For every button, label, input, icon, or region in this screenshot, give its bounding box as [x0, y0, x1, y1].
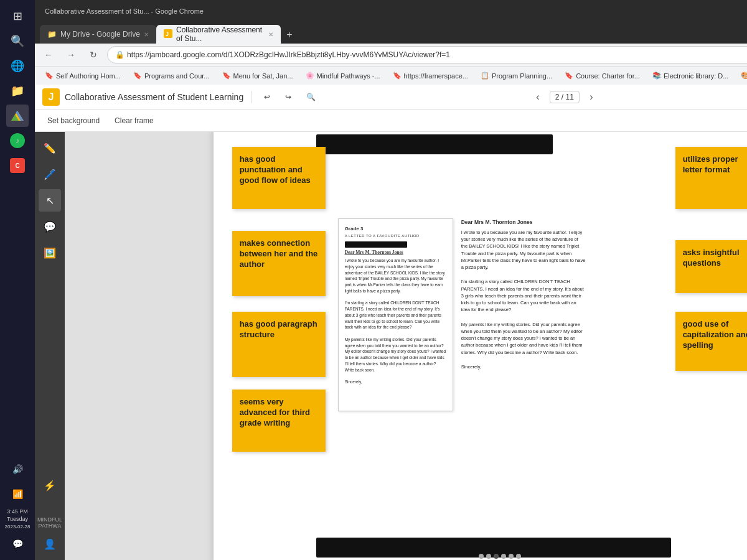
bookmark-programs[interactable]: 🔖Programs and Cour... [128, 70, 215, 81]
bookmark-mindful[interactable]: 🌸Mindful Pathways -... [301, 70, 385, 81]
browser-tabs-bar: 📁 My Drive - Google Drive ✕ J Collaborat… [35, 22, 747, 44]
sticky-note-advanced[interactable]: seems very advanced for third grade writ… [232, 390, 326, 452]
canvas-dot-6[interactable] [516, 554, 521, 559]
jamboard-canvas-area[interactable]: has good punctuation and good flow of id… [65, 132, 747, 560]
os-drive-icon[interactable] [6, 105, 29, 127]
tab-close-jamboard[interactable]: ✕ [268, 31, 273, 38]
refresh-button[interactable]: ↻ [85, 46, 102, 63]
set-background-button[interactable]: Set background [42, 114, 105, 128]
redo-button[interactable]: ↪ [280, 90, 296, 104]
toolbar-separator [251, 91, 251, 103]
clear-frame-button[interactable]: Clear frame [110, 114, 159, 128]
sticky-note-capitalization[interactable]: good use of capitalization and spelling [675, 312, 747, 371]
sticky-note-paragraph[interactable]: has good paragraph structure [232, 312, 326, 377]
os-clock: 3:45 PM Tuesday 2023-02-28 [5, 508, 31, 530]
pen-tool-icon[interactable]: ✏️ [39, 137, 61, 159]
bookmark-program-planning[interactable]: 📋Program Planning... [476, 70, 557, 81]
window-title: Collaborative Assessment of Stu... - Goo… [40, 7, 209, 15]
tab-close-drive[interactable]: ✕ [144, 31, 149, 38]
bookmark-self-authoring[interactable]: 🔖Self Authoring Hom... [40, 70, 126, 81]
next-page-button[interactable]: › [582, 88, 601, 106]
canvas-dot-5[interactable] [509, 554, 514, 559]
main-area: ✏️ 🖊️ ↖ 💬 🖼️ ⚡ MINDFUL PATHWA 👤 [35, 132, 747, 560]
typed-paragraph-4: Sincerely, [461, 363, 586, 370]
bookmark-course[interactable]: 🔖Course: Charter for... [560, 70, 645, 81]
svg-text:J: J [166, 31, 169, 37]
image-tool-icon[interactable]: 🖼️ [39, 241, 61, 264]
sticky-note-insightful[interactable]: asks insightful questions [675, 240, 747, 293]
mindful-icon[interactable]: 👤 [39, 533, 61, 555]
tab-icon-jamboard: J [164, 29, 172, 40]
letter-name-redacted [345, 241, 407, 248]
page-indicator: 2 / 11 [550, 91, 580, 103]
bookmark-framerspace[interactable]: 🔖https://framerspace... [388, 70, 473, 81]
laser-tool-icon[interactable]: ⚡ [39, 474, 61, 497]
url-input[interactable]: 🔒 https://jamboard.google.com/d/1XODRzBg… [107, 46, 747, 63]
sticky-note-connection[interactable]: makes connection between her and the aut… [232, 231, 326, 296]
page-navigation: ‹ 2 / 11 › [529, 88, 601, 106]
tab-google-drive[interactable]: 📁 My Drive - Google Drive ✕ [40, 25, 156, 44]
os-volume-icon[interactable]: 🔊 [6, 458, 29, 480]
redacted-bar-top [316, 134, 553, 154]
os-collab-icon[interactable]: C [6, 154, 29, 177]
browser-titlebar: Collaborative Assessment of Stu... - Goo… [35, 0, 747, 22]
new-tab-button[interactable]: + [281, 26, 298, 44]
jamboard-secondary-toolbar: Set background Clear frame ⊞ Open on a J… [35, 110, 747, 132]
os-file-icon[interactable]: 📁 [6, 80, 29, 102]
typed-paragraph-3: My parents like my writing stories. Did … [461, 321, 586, 356]
os-wifi-icon[interactable]: 📶 [6, 483, 29, 505]
typed-paragraph-2: I'm starting a story called CHILDREN DON… [461, 278, 586, 313]
jamboard-canvas: has good punctuation and good flow of id… [65, 132, 747, 560]
prev-page-button[interactable]: ‹ [529, 88, 547, 106]
os-taskbar: ⊞ 🔍 🌐 📁 ♪ C 🔊 📶 3:45 PM Tuesday 2023-02-… [0, 0, 35, 560]
bookmark-menu[interactable]: 🔖Menu for Sat, Jan... [217, 70, 298, 81]
os-spotify-icon[interactable]: ♪ [6, 129, 29, 152]
canvas-dot-1[interactable] [479, 554, 484, 559]
os-browser-icon[interactable]: 🌐 [6, 55, 29, 77]
sticky-note-tool-icon[interactable]: 💬 [39, 215, 61, 238]
undo-button[interactable]: ↩ [259, 90, 275, 104]
canvas-page-dots [479, 554, 521, 559]
bookmarks-bar: 🔖Self Authoring Hom... 🔖Programs and Cou… [35, 66, 747, 85]
sticky-note-letter-format[interactable]: utilizes proper letter format [675, 147, 747, 209]
typed-letter-text: Dear Mrs M. Thornton Jones I wrote to yo… [461, 218, 586, 370]
typed-paragraph-1: I wrote to you because you are my favour… [461, 229, 586, 271]
app-title: Collaborative Assessment of Student Lear… [65, 92, 243, 102]
canvas-dot-4[interactable] [501, 554, 506, 559]
windows-start-button[interactable]: ⊞ [6, 5, 29, 27]
os-search-icon[interactable]: 🔍 [6, 30, 29, 52]
url-text: https://jamboard.google.com/d/1XODRzBgcI… [127, 50, 450, 59]
letter-body: I wrote to you because you are my favour… [345, 258, 446, 385]
select-tool-icon[interactable]: ↖ [39, 189, 61, 212]
mindful-label: MINDFUL PATHWA [35, 516, 65, 529]
jamboard-logo: J [42, 88, 60, 106]
tab-icon-drive: 📁 [47, 30, 57, 39]
marker-tool-icon[interactable]: 🖊️ [39, 163, 61, 185]
back-button[interactable]: ← [40, 46, 57, 63]
canvas-dot-3[interactable] [494, 554, 499, 559]
tools-sidebar: ✏️ 🖊️ ↖ 💬 🖼️ ⚡ MINDFUL PATHWA 👤 [35, 132, 65, 560]
bookmark-library[interactable]: 📚Electronic library: D... [647, 70, 734, 81]
jamboard-app-toolbar: J Collaborative Assessment of Student Le… [35, 85, 747, 110]
zoom-button[interactable]: 🔍 [301, 90, 321, 104]
canvas-frame: has good punctuation and good flow of id… [214, 132, 747, 560]
canvas-dot-2[interactable] [486, 554, 491, 559]
forward-button[interactable]: → [62, 46, 80, 63]
tab-label-drive: My Drive - Google Drive [60, 30, 140, 39]
os-notifications-icon[interactable]: 💬 [6, 533, 29, 555]
tab-jamboard[interactable]: J Collaborative Assessment of Stu... ✕ [156, 25, 281, 44]
bookmark-canvas-nu[interactable]: 🎨Canvas - NU [736, 70, 747, 81]
tab-label-jamboard: Collaborative Assessment of Stu... [176, 26, 265, 43]
sticky-note-punctuation[interactable]: has good punctuation and good flow of id… [232, 147, 326, 209]
handwritten-letter-doc: Grade 3 A LETTER TO A FAVOURITE AUTHOR D… [338, 218, 453, 411]
address-bar-row: ← → ↻ 🔒 https://jamboard.google.com/d/1X… [35, 44, 747, 66]
